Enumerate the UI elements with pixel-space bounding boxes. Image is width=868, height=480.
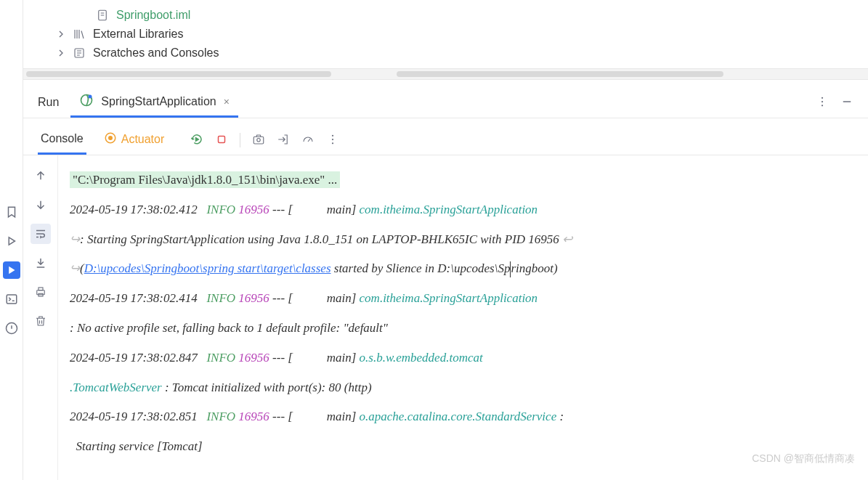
terminal-icon[interactable] [3, 290, 20, 308]
console-body: "C:\Program Files\Java\jdk1.8.0_151\bin\… [23, 155, 868, 480]
log-line-wrap: .TomcatWebServer : Tomcat initialized wi… [70, 373, 862, 403]
run-panel: Run SpringStartApplication × Console Act… [23, 79, 868, 480]
run-config-tab[interactable]: SpringStartApplication × [70, 87, 238, 118]
main-panel: Springboot.iml External Libraries Scratc… [23, 0, 868, 480]
print-icon[interactable] [31, 282, 51, 302]
watermark: CSDN @智商低情商凑 [752, 447, 855, 471]
divider [240, 133, 240, 147]
close-icon[interactable]: × [224, 96, 230, 107]
svg-rect-18 [38, 288, 43, 290]
console-tab[interactable]: Console [38, 126, 86, 155]
command-line: "C:\Program Files\Java\jdk1.8.0_151\bin\… [70, 171, 340, 188]
log-line-wrap: Starting service [Tomcat] [70, 432, 862, 462]
minimize-icon[interactable] [840, 95, 853, 110]
run-tab-label: SpringStartApplication [101, 95, 216, 108]
svg-point-8 [822, 105, 823, 106]
svg-rect-12 [254, 137, 264, 144]
stop-icon[interactable] [215, 133, 228, 148]
chevron-right-icon [55, 46, 67, 60]
bookmark-icon[interactable] [3, 203, 20, 221]
file-icon [96, 9, 110, 22]
console-gutter [23, 155, 58, 480]
log-line: 2024-05-19 17:38:02.851 INFO 16956 --- [… [70, 402, 862, 432]
svg-point-14 [332, 134, 333, 136]
exit-icon[interactable] [277, 133, 290, 148]
tree-label: Springboot.iml [116, 9, 190, 22]
svg-rect-11 [219, 136, 225, 142]
rerun-icon[interactable] [190, 133, 203, 148]
horizontal-scrollbar[interactable] [23, 69, 868, 79]
gauge-icon[interactable] [301, 133, 315, 148]
log-line: 2024-05-19 17:38:02.412 INFO 16956 --- [… [70, 195, 862, 225]
scroll-thumb[interactable] [26, 71, 331, 77]
svg-point-10 [108, 137, 112, 140]
more-vertical-icon[interactable] [816, 95, 829, 110]
svg-point-5 [89, 95, 92, 99]
actuator-label: Actuator [121, 133, 165, 146]
library-icon [73, 28, 87, 41]
path-link[interactable]: D:\upcodes\Springboot\spring start\targe… [84, 261, 331, 275]
up-arrow-icon[interactable] [31, 166, 51, 186]
console-output[interactable]: "C:\Program Files\Java\jdk1.8.0_151\bin\… [58, 155, 868, 480]
warning-icon[interactable] [3, 320, 20, 337]
down-arrow-icon[interactable] [31, 195, 51, 215]
svg-rect-0 [7, 295, 17, 304]
console-toolbar [182, 133, 339, 148]
svg-rect-17 [36, 290, 44, 295]
soft-wrap-icon[interactable] [31, 224, 51, 244]
project-tree: Springboot.iml External Libraries Scratc… [23, 0, 868, 69]
scratches-icon [73, 46, 87, 60]
scroll-thumb[interactable] [397, 71, 723, 77]
run-header: Run SpringStartApplication × [23, 80, 868, 118]
log-line-wrap: ↪: Starting SpringStartApplication using… [70, 225, 862, 255]
tree-file-iml[interactable]: Springboot.iml [35, 6, 856, 25]
log-line-wrap: ↪(D:\upcodes\Springboot\spring start\tar… [70, 254, 862, 284]
log-line: 2024-05-19 17:38:02.414 INFO 16956 --- [… [70, 284, 862, 314]
soft-wrap-marker: ↪ [70, 225, 80, 255]
tree-label: External Libraries [93, 28, 184, 41]
log-line-wrap: : No active profile set, falling back to… [70, 314, 862, 343]
camera-icon[interactable] [252, 133, 265, 148]
trash-icon[interactable] [31, 311, 51, 331]
svg-point-7 [822, 100, 823, 102]
spring-icon [79, 93, 94, 110]
panel-title: Run [38, 96, 59, 109]
actuator-tab[interactable]: Actuator [101, 126, 168, 155]
svg-point-16 [332, 142, 333, 144]
left-tool-gutter [0, 0, 23, 480]
tree-scratches[interactable]: Scratches and Consoles [35, 44, 856, 62]
svg-point-6 [822, 97, 823, 98]
console-tabs: Console Actuator [23, 118, 868, 155]
run-header-actions [816, 95, 853, 110]
tree-label: Scratches and Consoles [93, 46, 219, 60]
tree-external-libraries[interactable]: External Libraries [35, 25, 856, 44]
actuator-icon [104, 131, 117, 147]
svg-point-15 [332, 138, 333, 139]
soft-wrap-marker: ↩ [562, 225, 572, 255]
chevron-right-icon [55, 28, 67, 41]
svg-point-13 [257, 138, 261, 142]
soft-wrap-marker: ↪ [70, 254, 80, 284]
log-line: 2024-05-19 17:38:02.847 INFO 16956 --- [… [70, 343, 862, 373]
play-outline-icon[interactable] [3, 232, 20, 250]
scroll-to-end-icon[interactable] [31, 253, 51, 273]
more-vertical-icon[interactable] [326, 133, 339, 148]
run-tool-icon[interactable] [3, 261, 20, 279]
